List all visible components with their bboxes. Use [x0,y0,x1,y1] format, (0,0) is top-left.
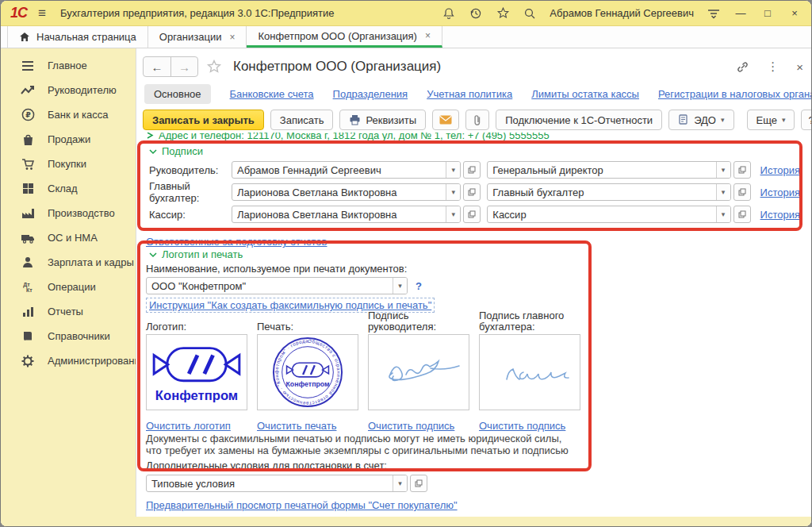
tab-organizations[interactable]: Организации × [148,26,247,48]
dropdown-arrow-icon[interactable]: ▾ [393,475,407,491]
maximize-button[interactable]: □ [760,7,775,19]
responsible-for-reports-link[interactable]: Ответственные за подготовку отчетов [146,236,327,248]
logo-image[interactable]: Конфетпром [146,334,247,410]
requisites-button[interactable]: Реквизиты [339,110,426,130]
forward-button[interactable]: → [170,57,197,76]
cashier-position-field[interactable]: ▾ [487,206,730,223]
current-user[interactable]: Абрамов Геннадий Сергеевич [550,7,694,19]
tab-home[interactable]: Начальная страница [7,26,148,48]
name-help-link[interactable]: ? [416,280,422,292]
favorites-star-icon[interactable] [496,6,510,21]
open-item-button[interactable] [733,206,751,223]
history-link[interactable]: История [760,187,800,198]
history-icon[interactable] [469,6,483,21]
sidebar-item-bank-kassa[interactable]: ₽ Банк и касса [1,102,136,127]
history-link[interactable]: История [760,209,800,221]
sidebar-item-administrirovanie[interactable]: Администрирование [1,348,136,373]
service-menu-icon[interactable] [707,6,721,21]
sidebar-item-otchety[interactable]: Отчеты [1,299,136,324]
invoice-preview-link[interactable]: Предварительный просмотр печатной формы … [146,499,458,511]
nav-tab-registracii[interactable]: Регистрации в налоговых органах [658,88,812,100]
favorite-star-icon[interactable] [206,59,222,75]
sidebar-item-prodazhi[interactable]: Продажи [1,127,136,152]
open-item-button[interactable] [463,206,481,223]
send-email-button[interactable] [432,110,459,130]
search-icon[interactable] [523,6,537,21]
sidebar-item-pokupki[interactable]: Покупки [1,152,136,176]
facsimile-disclaimer: Документы с факсимильными печатью и подп… [146,433,569,456]
sidebar-item-zarplata-kadry[interactable]: Зарплата и кадры [1,250,136,275]
save-button[interactable]: Записать [270,110,334,130]
open-item-button[interactable] [463,183,481,201]
history-link[interactable]: История [760,164,800,176]
open-item-button[interactable] [733,183,751,201]
help-button[interactable]: ? [801,110,812,130]
accountant-name-field[interactable]: ▾ [232,183,461,201]
sidebar-item-proizvodstvo[interactable]: Производство [1,201,136,225]
back-button[interactable]: ← [144,57,170,76]
nav-tab-podrazdeleniya[interactable]: Подразделения [333,88,408,100]
clear-manager-signature-link[interactable]: Очистить подпись [368,420,454,432]
stamp-image[interactable]: Общество с ограниченной ответственностью… [257,334,358,410]
accountant-signature-image[interactable] [479,334,580,410]
sidebar-item-spravochniki[interactable]: Справочники [1,324,136,348]
manager-name-field[interactable]: ▾ [232,161,461,179]
close-window-button[interactable]: × [787,7,802,19]
nav-tab-bank-accounts[interactable]: Банковские счета [230,88,314,100]
sidebar-item-glavnoe[interactable]: Главное [1,53,136,78]
tab-close-icon[interactable]: × [229,32,235,43]
cashier-name-field[interactable]: ▾ [232,206,461,223]
open-item-button[interactable] [410,475,427,492]
get-link-icon[interactable] [736,60,749,74]
nav-tab-limity-kassy[interactable]: Лимиты остатка кассы [531,88,639,100]
clear-stamp-link[interactable]: Очистить печать [257,420,336,432]
edo-button[interactable]: ЭДО ▾ [668,110,733,130]
signatures-section-header[interactable]: Подписи [149,145,203,157]
close-form-icon[interactable]: × [796,60,803,74]
sidebar-item-os-nma[interactable]: ОС и НМА [1,225,136,250]
manager-name-input[interactable] [232,162,446,178]
sidebar-item-sklad[interactable]: Склад [1,176,136,201]
connect-1c-reporting-button[interactable]: Подключение к 1С-Отчетности [496,110,662,130]
sidebar-item-operacii[interactable]: Дт Кт Операции [1,275,136,299]
open-item-button[interactable] [733,161,751,179]
chevron-down-icon [149,252,157,258]
save-and-close-button[interactable]: Записать и закрыть [143,110,264,130]
cashier-position-input[interactable] [488,206,715,222]
clear-accountant-signature-link[interactable]: Очистить подпись [479,420,565,432]
manager-position-input[interactable] [488,162,715,178]
dropdown-arrow-icon[interactable]: ▾ [393,278,407,294]
manager-position-field[interactable]: ▾ [487,161,730,179]
sidebar-item-rukovoditelyu[interactable]: Руководителю [1,78,136,102]
minimize-button[interactable]: — [733,7,748,19]
dropdown-arrow-icon[interactable]: ▾ [446,162,460,178]
nav-tab-uchetnaya-politika[interactable]: Учетная политика [427,88,512,100]
invoice-conditions-input[interactable] [147,475,393,491]
address-group-row[interactable]: Адрес и телефон: 121170, Москва г, 1812 … [146,133,653,143]
attachments-button[interactable] [465,110,489,130]
print-name-input[interactable] [147,278,393,294]
accountant-position-input[interactable] [488,184,715,200]
main-menu-icon[interactable]: ≡ [38,6,46,21]
invoice-conditions-field[interactable]: ▾ [146,475,408,492]
manager-signature-image[interactable] [368,334,469,410]
accountant-position-field[interactable]: ▾ [487,183,730,201]
open-item-button[interactable] [463,161,481,179]
more-menu-icon[interactable]: ⋮ [767,60,779,74]
logo-stamp-section-header[interactable]: Логотип и печать [149,248,243,260]
dropdown-arrow-icon[interactable]: ▾ [446,184,460,200]
cashier-name-input[interactable] [232,206,446,222]
images-columns: Логотип: Конфетпром [146,310,580,433]
nav-tab-osnovnoe[interactable]: Основное [144,84,211,104]
print-name-field[interactable]: ▾ [146,277,408,294]
more-button[interactable]: Еще ▾ [747,110,795,130]
notifications-bell-icon[interactable] [442,6,456,21]
tab-konfetprom[interactable]: Конфетпром ООО (Организация) × [247,26,442,48]
dropdown-arrow-icon[interactable]: ▾ [716,162,730,178]
dropdown-arrow-icon[interactable]: ▾ [446,206,460,222]
dropdown-arrow-icon[interactable]: ▾ [716,184,730,200]
tab-close-icon[interactable]: × [425,30,431,41]
dropdown-arrow-icon[interactable]: ▾ [716,206,730,222]
accountant-name-input[interactable] [232,184,446,200]
clear-logo-link[interactable]: Очистить логотип [146,420,231,432]
